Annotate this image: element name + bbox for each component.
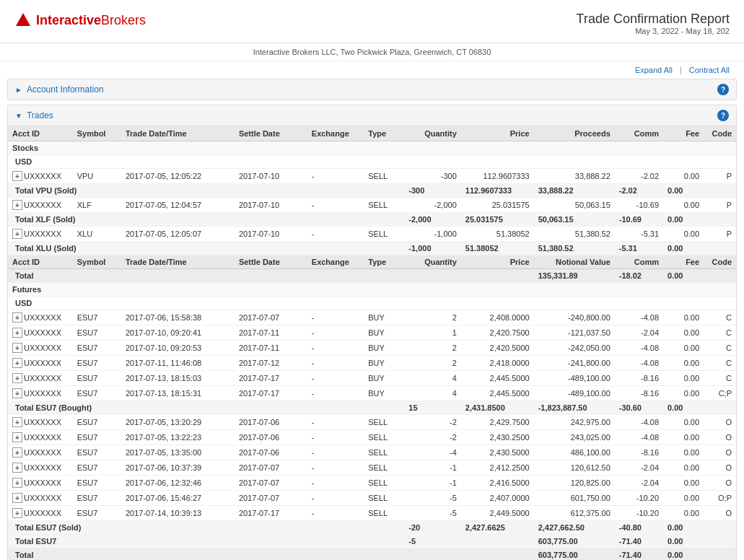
settle-cell: 2017-07-10 bbox=[235, 169, 307, 184]
expand-btn[interactable]: + bbox=[12, 417, 22, 427]
date-range: May 3, 2022 - May 18, 202 bbox=[577, 27, 730, 35]
separator: | bbox=[680, 66, 682, 74]
logo-icon bbox=[14, 12, 32, 29]
logo-brokers: Brokers bbox=[101, 13, 146, 27]
table-row: +UXXXXXX ESU72017-07-05, 13:35:002017-07… bbox=[8, 445, 736, 460]
subtotal-proceeds: 33,888.22 bbox=[534, 184, 615, 198]
table-row: +UXXXXXX XLU2017-07-05, 12:05:072017-07-… bbox=[8, 227, 736, 242]
comm-cell: -2.02 bbox=[615, 169, 663, 184]
price-cell: 112.9607333 bbox=[461, 169, 534, 184]
total-row-stocks: Total 135,331.89 -18.02 0.00 bbox=[8, 269, 736, 283]
trades-label: Trades bbox=[27, 110, 53, 121]
table-row: +UXXXXXX ESU72017-07-05, 13:22:232017-07… bbox=[8, 430, 736, 445]
subtotal-label: Total VPU (Sold) bbox=[8, 184, 404, 198]
account-info-section: ► Account Information ? bbox=[7, 79, 737, 100]
col-header-datetime: Trade Date/Time bbox=[121, 126, 235, 141]
expand-btn[interactable]: + bbox=[12, 463, 22, 473]
type-cell: SELL bbox=[364, 169, 404, 184]
svg-marker-0 bbox=[16, 13, 30, 26]
expand-btn[interactable]: + bbox=[12, 358, 22, 368]
table-row: +UXXXXXX ESU72017-07-13, 18:15:312017-07… bbox=[8, 386, 736, 401]
col-header-acct: Acct ID bbox=[8, 126, 73, 141]
trades-title: ▼ Trades bbox=[15, 110, 53, 121]
report-title: Trade Confirmation Report bbox=[577, 12, 730, 27]
table-row: +UXXXXXX ESU72017-07-14, 10:39:132017-07… bbox=[8, 506, 736, 521]
table-row: +UXXXXXX ESU72017-07-13, 18:15:032017-07… bbox=[8, 371, 736, 386]
subtotal-price: 112.9607333 bbox=[461, 184, 534, 198]
expand-btn[interactable]: + bbox=[12, 312, 22, 323]
account-info-label: Account Information bbox=[27, 84, 104, 95]
datetime-cell: 2017-07-05, 12:05:22 bbox=[121, 169, 235, 184]
contract-all-link[interactable]: Contract All bbox=[689, 66, 730, 74]
subtotal-qty: -300 bbox=[404, 184, 460, 198]
account-info-header[interactable]: ► Account Information ? bbox=[8, 79, 736, 100]
table-row: +UXXXXXX ESU72017-07-06, 12:32:462017-07… bbox=[8, 476, 736, 491]
expand-btn[interactable]: + bbox=[12, 508, 22, 518]
logo-text: InteractiveBrokers bbox=[36, 13, 146, 28]
address-bar: Interactive Brokers LLC, Two Pickwick Pl… bbox=[0, 43, 744, 61]
table-row: +UXXXXXX ESU72017-07-10, 09:20:412017-07… bbox=[8, 325, 736, 341]
expand-btn[interactable]: + bbox=[12, 388, 22, 398]
expand-btn[interactable]: + bbox=[12, 447, 22, 458]
table-row: +UXXXXXX ESU72017-07-05, 13:20:292017-07… bbox=[8, 415, 736, 430]
subtotal-row-vpu: Total VPU (Sold) -300 112.9607333 33,888… bbox=[8, 184, 736, 198]
expand-btn[interactable]: + bbox=[12, 373, 22, 383]
expand-btn[interactable]: + bbox=[12, 432, 22, 442]
table-row: +UXXXXXX ESU72017-07-06, 15:46:272017-07… bbox=[8, 491, 736, 506]
chevron-right-icon: ► bbox=[15, 86, 22, 94]
fee-cell: 0.00 bbox=[663, 169, 704, 184]
expand-btn[interactable]: + bbox=[12, 493, 22, 503]
expand-btn[interactable]: + bbox=[12, 229, 22, 239]
exchange-cell: - bbox=[307, 169, 364, 184]
futures-label: Futures bbox=[8, 283, 736, 297]
symbol-cell: VPU bbox=[73, 169, 121, 184]
subtotal-row-esu7-total: Total ESU7 -5 603,775.00-71.400.00 bbox=[8, 535, 736, 548]
expand-btn[interactable]: + bbox=[12, 343, 22, 353]
report-title-block: Trade Confirmation Report May 3, 2022 - … bbox=[577, 12, 730, 35]
futures-group-header: Futures bbox=[8, 283, 736, 297]
total-row-futures: Total 603,775.00 -71.40 0.00 bbox=[8, 548, 736, 561]
page-header: InteractiveBrokers Trade Confirmation Re… bbox=[0, 0, 744, 43]
expand-btn[interactable]: + bbox=[12, 328, 22, 338]
expand-all-link[interactable]: Expand All bbox=[635, 66, 673, 74]
logo: InteractiveBrokers bbox=[14, 12, 146, 29]
code-cell: P bbox=[704, 169, 736, 184]
logo-interactive: Interactive bbox=[36, 13, 101, 27]
trades-section: ▼ Trades ? Acct ID Symbol Trade Date/Tim… bbox=[7, 105, 737, 560]
expand-contract-bar: Expand All | Contract All bbox=[0, 61, 744, 79]
account-info-help-icon[interactable]: ? bbox=[717, 84, 729, 95]
col-header-fee: Fee bbox=[663, 126, 704, 141]
qty-cell: -300 bbox=[404, 169, 460, 184]
table-row: +UXXXXXX ESU72017-07-11, 11:46:082017-07… bbox=[8, 356, 736, 371]
chevron-down-icon: ▼ bbox=[15, 112, 22, 120]
table-row: +UXXXXXX ESU72017-07-10, 09:20:532017-07… bbox=[8, 341, 736, 356]
trades-table-container: Acct ID Symbol Trade Date/Time Settle Da… bbox=[8, 126, 736, 560]
table-header-row-2: Acct ID Symbol Trade Date/Time Settle Da… bbox=[8, 255, 736, 269]
subtotal-row-xlf: Total XLF (Sold) -2,00025.031575 50,063.… bbox=[8, 213, 736, 227]
stocks-currency-row: USD bbox=[8, 155, 736, 169]
col-header-qty: Quantity bbox=[404, 126, 460, 141]
col-header-settle: Settle Date bbox=[235, 126, 307, 141]
futures-currency-row: USD bbox=[8, 297, 736, 310]
col-header-code: Code bbox=[704, 126, 736, 141]
trades-table: Acct ID Symbol Trade Date/Time Settle Da… bbox=[8, 126, 736, 560]
proceeds-cell: 33,888.22 bbox=[534, 169, 615, 184]
table-row: +UXXXXXX VPU 2017-07-05, 12:05:22 2017-0… bbox=[8, 169, 736, 184]
subtotal-fee: 0.00 bbox=[663, 184, 704, 198]
subtotal-comm: -2.02 bbox=[615, 184, 663, 198]
table-row: +UXXXXXX ESU72017-07-06, 15:58:382017-07… bbox=[8, 310, 736, 325]
trades-help-icon[interactable]: ? bbox=[717, 110, 729, 121]
subtotal-row-xlu: Total XLU (Sold) -1,00051.38052 51,380.5… bbox=[8, 242, 736, 255]
subtotal-row-esu7-sold: Total ESU7 (Sold) -202,427.6625 2,427,66… bbox=[8, 521, 736, 535]
trades-header[interactable]: ▼ Trades ? bbox=[8, 105, 736, 126]
stocks-currency: USD bbox=[8, 155, 736, 169]
table-row: +UXXXXXX XLF2017-07-05, 12:04:572017-07-… bbox=[8, 198, 736, 213]
expand-btn[interactable]: + bbox=[12, 200, 22, 210]
expand-btn[interactable]: + bbox=[12, 478, 22, 488]
stocks-group-header: Stocks bbox=[8, 141, 736, 155]
col-header-comm: Comm bbox=[615, 126, 663, 141]
subtotal-row-esu7-bought: Total ESU7 (Bought) 152,431.8500 -1,823,… bbox=[8, 401, 736, 415]
expand-btn[interactable]: + bbox=[12, 171, 22, 181]
col-header-price: Price bbox=[461, 126, 534, 141]
stocks-label: Stocks bbox=[8, 141, 736, 155]
